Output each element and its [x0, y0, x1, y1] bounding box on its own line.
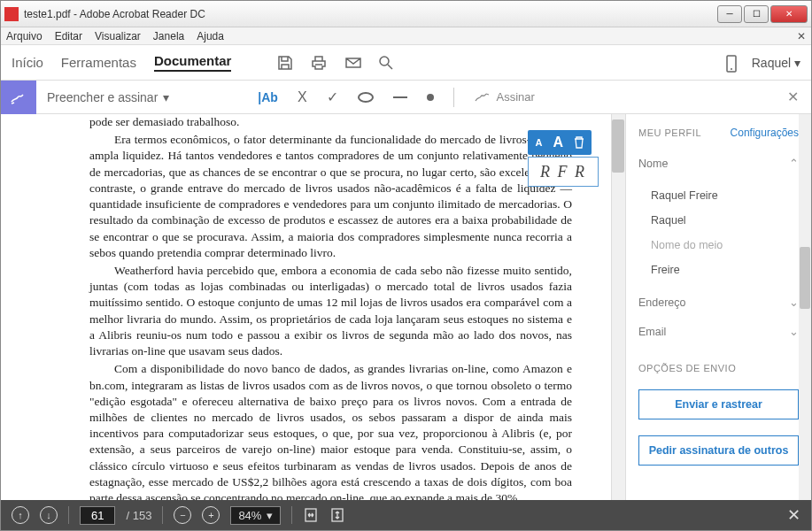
maximize-button[interactable]: ☐ — [744, 5, 769, 23]
page-total: / 153 — [126, 509, 151, 522]
request-signature-button[interactable]: Pedir assinatura de outros — [638, 435, 799, 466]
chevron-up-icon: ⌃ — [789, 157, 799, 170]
panel-scrollbar[interactable] — [799, 114, 811, 500]
window-title: teste1.pdf - Adobe Acrobat Reader DC — [24, 8, 715, 20]
fit-page-icon[interactable] — [329, 507, 345, 523]
address-section-toggle[interactable]: Endereço ⌄ — [638, 292, 799, 312]
name-section-toggle[interactable]: Nome ⌃ — [638, 153, 799, 173]
menu-janela[interactable]: Janela — [153, 30, 184, 42]
page-number-input[interactable]: 61 — [80, 506, 115, 525]
profile-panel: MEU PERFIL Configurações Nome ⌃ Raquel F… — [625, 114, 811, 500]
text-smaller-icon[interactable]: A — [535, 137, 542, 148]
main-toolbar: Início Ferramentas Documentar Raquel ▾ — [1, 45, 811, 81]
name-middle[interactable]: Nome do meio — [651, 239, 799, 251]
check-tool[interactable]: ✓ — [327, 88, 338, 105]
window-controls: ─ ☐ ✕ — [715, 5, 808, 23]
statusbar-close-icon[interactable]: ✕ — [787, 505, 800, 525]
app-icon — [4, 7, 19, 21]
titlebar: teste1.pdf - Adobe Acrobat Reader DC ─ ☐… — [1, 1, 811, 27]
paragraph: Com a disponibilidade do novo banco de d… — [89, 361, 572, 500]
close-button[interactable]: ✕ — [770, 5, 808, 23]
chevron-down-icon: ⌄ — [789, 296, 799, 309]
menu-editar[interactable]: Editar — [55, 30, 82, 42]
menubar: Arquivo Editar Visualizar Janela Ajuda ✕ — [1, 27, 811, 45]
zoom-level-dropdown[interactable]: 84%▾ — [230, 506, 281, 525]
menu-visualizar[interactable]: Visualizar — [95, 30, 141, 42]
chevron-down-icon: ⌄ — [789, 325, 799, 338]
paragraph: pode ser demasiado trabalhoso. — [89, 114, 572, 130]
chevron-down-icon: ▾ — [794, 56, 800, 70]
tab-inicio[interactable]: Início — [12, 55, 43, 70]
menu-ajuda[interactable]: Ajuda — [197, 30, 224, 42]
signature-edit-toolbar: A A — [528, 130, 592, 155]
paragraph: Era termos econômicos, o fator determina… — [89, 132, 572, 261]
tab-documentar[interactable]: Documentar — [154, 53, 232, 72]
mail-icon[interactable] — [344, 55, 360, 71]
document-view[interactable]: pode ser demasiado trabalhoso. Era termo… — [1, 114, 625, 500]
save-icon[interactable] — [277, 55, 293, 71]
zoom-in-button[interactable]: + — [202, 506, 220, 524]
dot-tool[interactable] — [427, 94, 434, 101]
page-down-button[interactable]: ↓ — [40, 506, 58, 524]
page-up-button[interactable]: ↑ — [12, 506, 29, 524]
circle-tool[interactable] — [358, 92, 374, 103]
scrollbar-thumb[interactable] — [800, 247, 810, 309]
trash-icon[interactable] — [574, 136, 584, 149]
search-icon[interactable] — [378, 55, 394, 71]
minimize-button[interactable]: ─ — [717, 5, 742, 23]
name-first[interactable]: Raquel — [651, 214, 799, 227]
email-section-toggle[interactable]: Email ⌄ — [638, 321, 799, 342]
fill-sign-toolbar: Preencher e assinar▾ |Ab X ✓ Assinar ✕ — [1, 81, 811, 114]
zoom-out-button[interactable]: − — [174, 506, 191, 524]
divider — [453, 88, 454, 107]
fill-sign-dropdown[interactable]: Preencher e assinar▾ — [47, 90, 169, 104]
paragraph: Weatherford havia percebido que, embora … — [89, 263, 572, 359]
fill-toolbar-close-icon[interactable]: ✕ — [787, 88, 799, 105]
menubar-close-icon[interactable]: ✕ — [797, 30, 806, 42]
print-icon[interactable] — [311, 55, 327, 71]
text-larger-icon[interactable]: A — [553, 135, 563, 150]
svg-point-0 — [380, 57, 389, 65]
svg-point-3 — [731, 68, 732, 70]
username-label[interactable]: Raquel ▾ — [752, 56, 800, 70]
fill-sign-icon[interactable] — [1, 81, 36, 114]
config-link[interactable]: Configurações — [731, 127, 799, 139]
statusbar: ↑ ↓ 61 / 153 − + 84%▾ ✕ — [1, 500, 811, 530]
tab-ferramentas[interactable]: Ferramentas — [61, 55, 136, 70]
name-last[interactable]: Freire — [651, 264, 799, 276]
name-full[interactable]: Raquel Freire — [651, 189, 799, 202]
document-scrollbar[interactable] — [611, 114, 625, 500]
chevron-down-icon: ▾ — [267, 509, 273, 522]
send-options-header: OPÇÕES DE ENVIO — [638, 363, 799, 373]
svg-line-1 — [388, 65, 392, 69]
fill-tools: |Ab X ✓ Assinar — [258, 88, 535, 107]
sign-button[interactable]: Assinar — [474, 90, 535, 104]
x-mark-tool[interactable]: X — [298, 89, 307, 105]
fit-width-icon[interactable] — [303, 507, 319, 523]
profile-header: MEU PERFIL — [638, 127, 701, 138]
chevron-down-icon: ▾ — [163, 90, 169, 104]
menu-arquivo[interactable]: Arquivo — [6, 30, 43, 42]
mobile-icon[interactable] — [725, 55, 741, 71]
line-tool[interactable] — [393, 96, 407, 98]
send-track-button[interactable]: Enviar e rastrear — [638, 389, 799, 419]
text-tool[interactable]: |Ab — [258, 90, 278, 104]
signature-box[interactable]: R F R — [528, 157, 599, 187]
scrollbar-thumb[interactable] — [612, 119, 624, 173]
